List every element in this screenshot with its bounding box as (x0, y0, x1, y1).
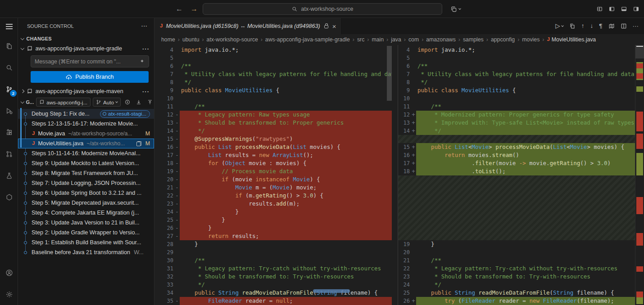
breadcrumb-item[interactable]: main (372, 36, 384, 43)
code-line[interactable]: 10 (154, 94, 398, 103)
aws-toolkit-button[interactable] (0, 186, 18, 208)
code-line[interactable]: 26- } (154, 224, 398, 232)
code-line[interactable]: 4import java.io.*; (398, 46, 644, 54)
code-line[interactable]: 11 /** (398, 103, 644, 111)
extensions-button[interactable] (0, 121, 18, 143)
accounts-button[interactable] (0, 262, 18, 283)
breadcrumb-item[interactable]: amazonaws (426, 36, 456, 43)
breadcrumb-item[interactable]: src (357, 36, 364, 43)
close-tab-button[interactable]: × (332, 23, 336, 30)
code-line[interactable]: 20 (398, 248, 644, 256)
more-actions-button[interactable]: ··· (633, 23, 639, 29)
branch-ref-badge[interactable]: atx-result-stagi... (100, 110, 150, 118)
breadcrumb-item[interactable]: aws-appconfig-java-sample-gradle (265, 36, 350, 43)
copilot-menu[interactable] (450, 0, 461, 18)
overview-ruler[interactable] (635, 45, 644, 305)
commit-row[interactable]: Step 4: Complete Jakarta EE Migration (j… (18, 208, 154, 218)
code-line[interactable]: 28 } (154, 240, 398, 248)
chevron-down-icon[interactable] (21, 100, 24, 103)
code-line[interactable]: 19 } (398, 240, 644, 248)
code-line[interactable]: 34 public String readMovieDataFromFile(S… (154, 289, 398, 297)
customize-layout-button[interactable] (596, 6, 603, 12)
code-line[interactable]: 23 * Should be transformed to: Try-with-… (398, 273, 644, 281)
code-line[interactable]: 5 (398, 54, 644, 62)
code-line[interactable]: 8 */ (154, 78, 398, 86)
next-change-button[interactable]: ↓ (590, 23, 593, 29)
toggle-secondary-sidebar-button[interactable] (633, 6, 639, 12)
commit-row[interactable]: Step 8: Migrate Test Framework from JU..… (18, 168, 154, 178)
command-center[interactable]: atx-workshop-source (203, 3, 442, 15)
code-line[interactable]: 7 * Utility class with legacy patterns f… (398, 70, 644, 78)
commit-row[interactable]: Steps 10-11-14-16: Modernize MovieAnal..… (18, 148, 154, 158)
diff-tab[interactable]: J MovieUtilities.java (d6159c8) ↔ MovieU… (154, 18, 342, 34)
code-line[interactable]: 20- if (movie instanceof Movie) { (154, 175, 398, 184)
run-button[interactable]: ▷ (555, 23, 563, 29)
ruler-slider[interactable] (635, 45, 644, 58)
testing-button[interactable] (0, 165, 18, 186)
more-actions-button[interactable]: ··· (141, 23, 148, 29)
breadcrumb-item[interactable]: home (161, 36, 175, 43)
breadcrumb-item[interactable]: ubuntu (182, 36, 200, 43)
code-line[interactable]: 4import java.io.*; (154, 46, 398, 54)
code-line[interactable]: 16- public List processMovieData(List mo… (154, 143, 398, 151)
breadcrumb-item[interactable]: atx-workshop-source (207, 36, 258, 43)
copy-path-icon[interactable] (136, 141, 141, 146)
code-line[interactable]: 8 */ (398, 78, 644, 86)
file-row[interactable]: JMovieUtilities.java~/atx-worksho...M (18, 139, 154, 148)
horizontal-scrollbar[interactable] (313, 289, 350, 293)
code-line[interactable]: 31 * Legacy pattern: Try-catch without t… (154, 265, 398, 273)
commit-row[interactable]: Step 3: Update Java Version to 21 in Bui… (18, 218, 154, 228)
code-line[interactable]: 25- } (154, 216, 398, 224)
sparkle-icon[interactable] (139, 58, 145, 64)
commit-message-input[interactable]: Message (⌘Enter to commit on "... (31, 55, 149, 67)
code-line[interactable]: 32 * Should be transformed to: Try-with-… (154, 273, 398, 281)
code-line[interactable]: 12+ * Modernized pattern: Proper generic… (398, 111, 644, 119)
code-line[interactable]: 24 */ (398, 281, 644, 289)
code-line[interactable]: 30 /** (154, 256, 398, 265)
code-line[interactable]: 21 /** (398, 256, 644, 265)
commit-row[interactable]: Debug Step 1: Fix de...atx-result-stagi.… (18, 109, 154, 119)
push-button[interactable] (145, 98, 154, 107)
commit-row[interactable]: Step 9: Update Mockito to Latest Version… (18, 158, 154, 168)
forward-icon[interactable]: → (190, 5, 198, 13)
pull-requests-button[interactable] (0, 143, 18, 165)
explorer-button[interactable] (0, 35, 18, 57)
commit-row[interactable]: Steps 12-13-15-16-17: Modernize Movie... (18, 119, 154, 129)
breadcrumb-item[interactable]: com (408, 36, 419, 43)
code-line[interactable]: 13- * Should be transformed to: Proper g… (154, 119, 398, 127)
repo-row-maven[interactable]: aws-appconfig-java-sample-maven ··· (18, 86, 154, 96)
code-line[interactable]: 9public class MovieUtilities { (154, 86, 398, 94)
code-line[interactable]: 16+ return movies.stream() (398, 151, 644, 159)
changes-section-header[interactable]: CHANGES (18, 34, 154, 44)
copy-icon[interactable] (569, 23, 576, 29)
graph-repo-selector[interactable]: aws-appconfig-j... (36, 98, 91, 107)
commit-row[interactable]: Step 2: Update Gradle Wrapper to Versio.… (18, 228, 154, 238)
code-line[interactable]: 5 (154, 54, 398, 62)
code-line[interactable]: 18+ .toList(); (398, 167, 644, 175)
code-line[interactable]: 15+ public List<Movie> processMovieData(… (398, 143, 644, 151)
code-line[interactable]: 17- List results = new ArrayList(); (154, 151, 398, 159)
toggle-primary-sidebar-button[interactable] (608, 6, 615, 12)
code-line[interactable]: 33 */ (154, 281, 398, 289)
split-editor-button[interactable] (621, 23, 627, 29)
repo-more-button[interactable]: ··· (142, 45, 150, 52)
code-line[interactable]: 24- } (154, 208, 398, 216)
code-line[interactable]: 12- * Legacy pattern: Raw types usage (154, 111, 398, 119)
code-line[interactable]: 22 * Legacy pattern: Try-catch without t… (398, 265, 644, 273)
vertical-scrollbar[interactable] (387, 46, 392, 101)
repo-row-gradle[interactable]: aws-appconfig-java-sample-gradle ··· (18, 44, 154, 54)
code-line[interactable]: 17+ .filter(movie -> movie.getRating() >… (398, 159, 644, 167)
commit-row[interactable]: Baseline before Java 21 transformationW.… (18, 247, 154, 257)
code-line[interactable]: 7 * Utility class with legacy patterns f… (154, 70, 398, 78)
map-icon[interactable] (608, 23, 615, 29)
breadcrumb-item[interactable]: appconfig (491, 36, 515, 43)
code-line[interactable]: 14- */ (154, 127, 398, 135)
repo-more-button[interactable]: ··· (142, 88, 150, 95)
code-line[interactable]: 6/** (154, 62, 398, 70)
code-line[interactable]: 35- FileReader reader = null; (154, 297, 398, 305)
code-line[interactable]: 9public class MovieUtilities { (398, 86, 644, 94)
commit-row[interactable]: Step 1: Establish Build Baseline with So… (18, 238, 154, 247)
toggle-panel-button[interactable] (621, 6, 627, 12)
code-line[interactable]: 21- Movie m = (Movie) movie; (154, 184, 398, 192)
back-icon[interactable]: ← (176, 5, 183, 13)
